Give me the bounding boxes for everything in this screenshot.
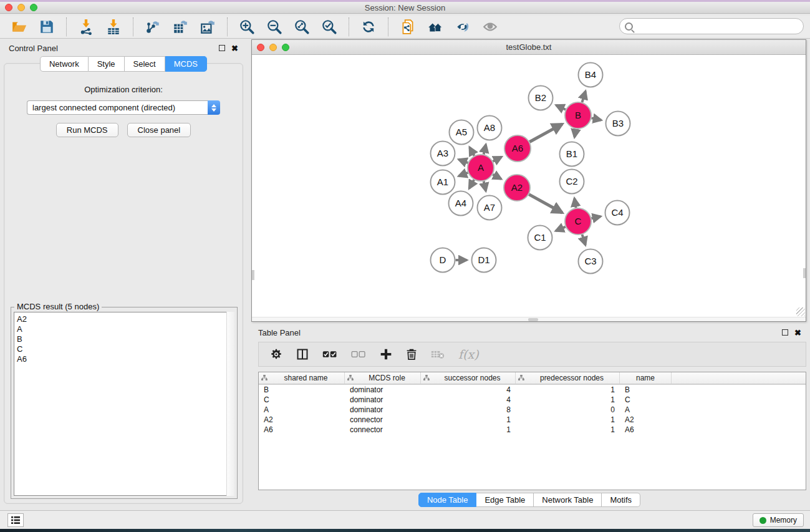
export-table-icon[interactable] bbox=[170, 17, 191, 36]
horizontal-scrollbar[interactable] bbox=[252, 317, 806, 321]
result-scrollbar[interactable] bbox=[226, 312, 234, 496]
open-file-icon[interactable] bbox=[9, 17, 30, 36]
task-history-button[interactable] bbox=[7, 513, 24, 527]
tab-network[interactable]: Network bbox=[40, 56, 89, 72]
hide-selected-icon[interactable] bbox=[452, 17, 473, 36]
table-cell[interactable]: A6 bbox=[259, 425, 345, 434]
refresh-icon[interactable] bbox=[358, 17, 379, 36]
column-header-MCDS-role[interactable]: MCDS role bbox=[345, 372, 421, 384]
table-cell[interactable]: A bbox=[259, 405, 345, 414]
graph-edge-A2-C[interactable] bbox=[529, 195, 562, 213]
table-cell[interactable]: B bbox=[620, 385, 672, 394]
tab-motifs[interactable]: Motifs bbox=[602, 493, 640, 507]
graph-edge-A6-B[interactable] bbox=[529, 124, 562, 142]
table-cell[interactable]: connector bbox=[345, 415, 421, 424]
delete-table-icon[interactable] bbox=[431, 349, 445, 359]
tab-mcds[interactable]: MCDS bbox=[165, 56, 207, 72]
export-image-icon[interactable] bbox=[197, 17, 218, 36]
table-cell[interactable]: dominator bbox=[345, 405, 421, 414]
zoom-in-icon[interactable] bbox=[236, 17, 258, 36]
zoom-fit-icon[interactable] bbox=[291, 17, 312, 36]
table-row[interactable]: A2connector11A2 bbox=[259, 415, 806, 425]
table-cell[interactable]: A bbox=[620, 405, 672, 414]
new-network-from-selection-icon[interactable] bbox=[397, 17, 418, 36]
table-cell[interactable]: C bbox=[259, 395, 345, 404]
save-session-icon[interactable] bbox=[36, 17, 57, 36]
graph-edge-A-A7[interactable] bbox=[484, 181, 486, 191]
table-cell[interactable]: B bbox=[259, 385, 345, 394]
close-panel-icon[interactable]: ✖ bbox=[231, 44, 238, 53]
graph-edge-B-B1[interactable] bbox=[574, 129, 576, 137]
graph-edge-B-B3[interactable] bbox=[592, 118, 601, 120]
table-float-icon[interactable] bbox=[782, 329, 788, 336]
graph-edge-A-A1[interactable] bbox=[459, 173, 468, 177]
table-cell[interactable]: 8 bbox=[421, 405, 516, 414]
table-row[interactable]: Cdominator41C bbox=[259, 395, 806, 405]
tab-style[interactable]: Style bbox=[89, 56, 125, 72]
table-cell[interactable]: 1 bbox=[516, 425, 620, 434]
add-column-icon[interactable] bbox=[380, 348, 392, 360]
result-list-item[interactable]: A6 bbox=[17, 354, 234, 364]
delete-column-icon[interactable] bbox=[406, 348, 417, 360]
network-window-titlebar[interactable]: testGlobe.txt bbox=[252, 40, 806, 55]
right-scroll-thumb[interactable] bbox=[803, 268, 806, 278]
export-network-icon[interactable] bbox=[142, 17, 163, 36]
import-network-icon[interactable] bbox=[75, 17, 97, 36]
select-all-icon[interactable] bbox=[322, 349, 337, 359]
result-list-item[interactable]: A bbox=[17, 324, 234, 334]
table-row[interactable]: Bdominator41B bbox=[259, 385, 806, 395]
table-cell[interactable]: 4 bbox=[421, 395, 516, 404]
close-panel-button[interactable]: Close panel bbox=[127, 123, 191, 137]
run-mcds-button[interactable]: Run MCDS bbox=[56, 123, 118, 137]
show-all-icon[interactable] bbox=[480, 17, 501, 36]
table-row[interactable]: Adominator80A bbox=[259, 405, 806, 415]
table-cell[interactable]: A2 bbox=[259, 415, 345, 424]
column-header-predecessor-nodes[interactable]: predecessor nodes bbox=[516, 372, 620, 384]
table-cell[interactable]: dominator bbox=[345, 395, 421, 404]
tab-network-table[interactable]: Network Table bbox=[534, 493, 602, 507]
graph-edge-C-C1[interactable] bbox=[556, 227, 565, 231]
table-cell[interactable]: 1 bbox=[421, 415, 516, 424]
column-header-successor-nodes[interactable]: successor nodes bbox=[421, 372, 516, 384]
network-graph[interactable]: B4B2BB3A8A5A6A3B1AA1C2A2A4A7C4CC1DD1C3 bbox=[252, 55, 806, 317]
table-cell[interactable]: A6 bbox=[620, 425, 672, 434]
graph-edge-C-C2[interactable] bbox=[574, 198, 576, 208]
graph-edge-A-A4[interactable] bbox=[469, 180, 474, 188]
zoom-out-icon[interactable] bbox=[264, 17, 285, 36]
table-row[interactable]: A6connector11A6 bbox=[259, 425, 806, 435]
tab-select[interactable]: Select bbox=[125, 56, 165, 72]
function-builder-icon[interactable]: f(x) bbox=[458, 347, 479, 361]
table-cell[interactable]: C bbox=[620, 395, 672, 404]
graph-edge-C-C3[interactable] bbox=[582, 235, 586, 245]
result-list-item[interactable]: C bbox=[17, 344, 234, 354]
table-cell[interactable]: 1 bbox=[421, 425, 516, 434]
criterion-select[interactable]: largest connected component (directed) bbox=[27, 100, 220, 115]
column-header-shared-name[interactable]: shared name bbox=[259, 372, 345, 384]
show-column-icon[interactable] bbox=[296, 348, 309, 360]
graph-edge-C-C4[interactable] bbox=[591, 216, 600, 218]
table-cell[interactable]: 0 bbox=[516, 405, 620, 414]
first-neighbors-icon[interactable] bbox=[425, 17, 446, 36]
network-canvas[interactable]: B4B2BB3A8A5A6A3B1AA1C2A2A4A7C4CC1DD1C3 bbox=[252, 55, 806, 321]
import-table-icon[interactable] bbox=[103, 17, 124, 36]
graph-edge-A-A3[interactable] bbox=[459, 160, 468, 163]
graph-edge-B-B4[interactable] bbox=[582, 91, 585, 102]
tab-edge-table[interactable]: Edge Table bbox=[476, 493, 534, 507]
search-box[interactable] bbox=[619, 18, 804, 34]
table-cell[interactable]: 1 bbox=[516, 415, 620, 424]
result-list-item[interactable]: B bbox=[17, 334, 234, 344]
table-cell[interactable]: 4 bbox=[421, 385, 516, 394]
column-header-name[interactable]: name bbox=[620, 372, 672, 384]
float-panel-icon[interactable] bbox=[219, 45, 225, 51]
mcds-result-list[interactable]: A2ABCA6 bbox=[14, 312, 234, 496]
graph-edge-A-A5[interactable] bbox=[470, 147, 474, 156]
memory-button[interactable]: Memory bbox=[753, 513, 804, 527]
tab-node-table[interactable]: Node Table bbox=[418, 493, 477, 507]
zoom-selected-icon[interactable] bbox=[319, 17, 340, 36]
table-cell[interactable]: 1 bbox=[516, 395, 620, 404]
table-cell[interactable]: dominator bbox=[345, 385, 421, 394]
table-settings-icon[interactable] bbox=[270, 348, 282, 360]
table-close-icon[interactable]: ✖ bbox=[794, 328, 801, 337]
left-scroll-thumb[interactable] bbox=[252, 270, 254, 280]
resize-grip[interactable] bbox=[796, 307, 805, 316]
